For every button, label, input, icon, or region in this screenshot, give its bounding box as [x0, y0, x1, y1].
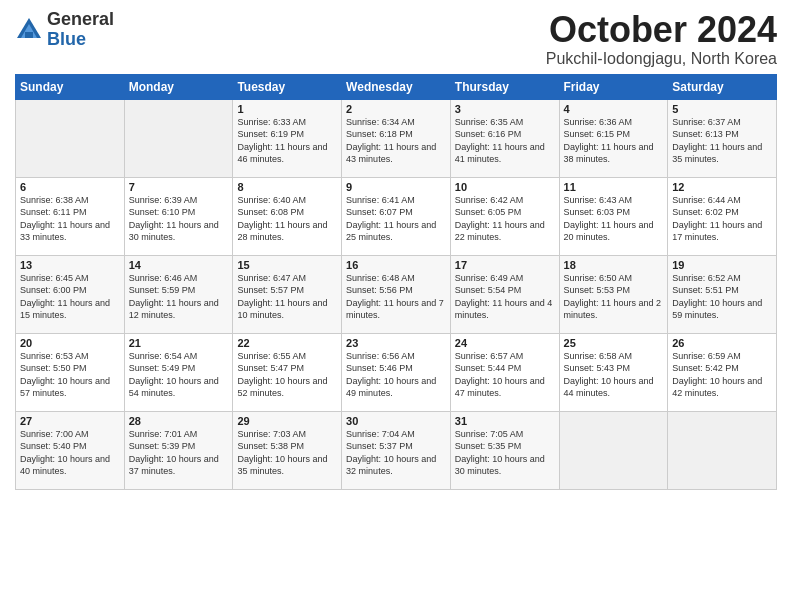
- day-number: 31: [455, 415, 555, 427]
- day-info: Sunrise: 6:59 AM Sunset: 5:42 PM Dayligh…: [672, 350, 772, 400]
- day-info: Sunrise: 6:34 AM Sunset: 6:18 PM Dayligh…: [346, 116, 446, 166]
- header: General Blue October 2024 Pukchil-Iodong…: [15, 10, 777, 68]
- table-row: 21Sunrise: 6:54 AM Sunset: 5:49 PM Dayli…: [124, 333, 233, 411]
- day-number: 27: [20, 415, 120, 427]
- day-number: 3: [455, 103, 555, 115]
- day-info: Sunrise: 7:04 AM Sunset: 5:37 PM Dayligh…: [346, 428, 446, 478]
- day-number: 13: [20, 259, 120, 271]
- day-number: 26: [672, 337, 772, 349]
- day-number: 29: [237, 415, 337, 427]
- day-info: Sunrise: 7:03 AM Sunset: 5:38 PM Dayligh…: [237, 428, 337, 478]
- day-info: Sunrise: 6:48 AM Sunset: 5:56 PM Dayligh…: [346, 272, 446, 322]
- day-info: Sunrise: 6:42 AM Sunset: 6:05 PM Dayligh…: [455, 194, 555, 244]
- day-number: 9: [346, 181, 446, 193]
- table-row: 31Sunrise: 7:05 AM Sunset: 5:35 PM Dayli…: [450, 411, 559, 489]
- day-info: Sunrise: 6:50 AM Sunset: 5:53 PM Dayligh…: [564, 272, 664, 322]
- header-wednesday: Wednesday: [342, 74, 451, 99]
- day-number: 12: [672, 181, 772, 193]
- day-number: 22: [237, 337, 337, 349]
- table-row: 23Sunrise: 6:56 AM Sunset: 5:46 PM Dayli…: [342, 333, 451, 411]
- day-info: Sunrise: 7:01 AM Sunset: 5:39 PM Dayligh…: [129, 428, 229, 478]
- table-row: 27Sunrise: 7:00 AM Sunset: 5:40 PM Dayli…: [16, 411, 125, 489]
- day-info: Sunrise: 6:41 AM Sunset: 6:07 PM Dayligh…: [346, 194, 446, 244]
- header-thursday: Thursday: [450, 74, 559, 99]
- day-info: Sunrise: 6:35 AM Sunset: 6:16 PM Dayligh…: [455, 116, 555, 166]
- table-row: 16Sunrise: 6:48 AM Sunset: 5:56 PM Dayli…: [342, 255, 451, 333]
- day-number: 8: [237, 181, 337, 193]
- title-block: October 2024 Pukchil-Iodongjagu, North K…: [546, 10, 777, 68]
- location: Pukchil-Iodongjagu, North Korea: [546, 50, 777, 68]
- table-row: 30Sunrise: 7:04 AM Sunset: 5:37 PM Dayli…: [342, 411, 451, 489]
- day-info: Sunrise: 6:40 AM Sunset: 6:08 PM Dayligh…: [237, 194, 337, 244]
- day-info: Sunrise: 6:39 AM Sunset: 6:10 PM Dayligh…: [129, 194, 229, 244]
- table-row: 20Sunrise: 6:53 AM Sunset: 5:50 PM Dayli…: [16, 333, 125, 411]
- table-row: 2Sunrise: 6:34 AM Sunset: 6:18 PM Daylig…: [342, 99, 451, 177]
- table-row: 9Sunrise: 6:41 AM Sunset: 6:07 PM Daylig…: [342, 177, 451, 255]
- header-saturday: Saturday: [668, 74, 777, 99]
- day-info: Sunrise: 6:46 AM Sunset: 5:59 PM Dayligh…: [129, 272, 229, 322]
- table-row: 8Sunrise: 6:40 AM Sunset: 6:08 PM Daylig…: [233, 177, 342, 255]
- day-number: 19: [672, 259, 772, 271]
- calendar-week-row: 1Sunrise: 6:33 AM Sunset: 6:19 PM Daylig…: [16, 99, 777, 177]
- day-info: Sunrise: 6:47 AM Sunset: 5:57 PM Dayligh…: [237, 272, 337, 322]
- day-number: 15: [237, 259, 337, 271]
- day-info: Sunrise: 6:58 AM Sunset: 5:43 PM Dayligh…: [564, 350, 664, 400]
- day-number: 17: [455, 259, 555, 271]
- day-number: 25: [564, 337, 664, 349]
- day-info: Sunrise: 6:57 AM Sunset: 5:44 PM Dayligh…: [455, 350, 555, 400]
- table-row: [124, 99, 233, 177]
- table-row: 28Sunrise: 7:01 AM Sunset: 5:39 PM Dayli…: [124, 411, 233, 489]
- day-number: 20: [20, 337, 120, 349]
- table-row: 1Sunrise: 6:33 AM Sunset: 6:19 PM Daylig…: [233, 99, 342, 177]
- day-info: Sunrise: 6:55 AM Sunset: 5:47 PM Dayligh…: [237, 350, 337, 400]
- table-row: 5Sunrise: 6:37 AM Sunset: 6:13 PM Daylig…: [668, 99, 777, 177]
- logo-general: General: [47, 10, 114, 30]
- logo-icon: [15, 16, 43, 44]
- calendar-page: General Blue October 2024 Pukchil-Iodong…: [0, 0, 792, 612]
- table-row: 11Sunrise: 6:43 AM Sunset: 6:03 PM Dayli…: [559, 177, 668, 255]
- table-row: 29Sunrise: 7:03 AM Sunset: 5:38 PM Dayli…: [233, 411, 342, 489]
- day-number: 24: [455, 337, 555, 349]
- logo: General Blue: [15, 10, 114, 50]
- month-title: October 2024: [546, 10, 777, 50]
- table-row: 17Sunrise: 6:49 AM Sunset: 5:54 PM Dayli…: [450, 255, 559, 333]
- day-number: 5: [672, 103, 772, 115]
- table-row: 12Sunrise: 6:44 AM Sunset: 6:02 PM Dayli…: [668, 177, 777, 255]
- table-row: 10Sunrise: 6:42 AM Sunset: 6:05 PM Dayli…: [450, 177, 559, 255]
- day-number: 2: [346, 103, 446, 115]
- table-row: [668, 411, 777, 489]
- day-info: Sunrise: 6:37 AM Sunset: 6:13 PM Dayligh…: [672, 116, 772, 166]
- table-row: [559, 411, 668, 489]
- table-row: 4Sunrise: 6:36 AM Sunset: 6:15 PM Daylig…: [559, 99, 668, 177]
- table-row: 22Sunrise: 6:55 AM Sunset: 5:47 PM Dayli…: [233, 333, 342, 411]
- day-number: 6: [20, 181, 120, 193]
- table-row: 24Sunrise: 6:57 AM Sunset: 5:44 PM Dayli…: [450, 333, 559, 411]
- calendar-week-row: 27Sunrise: 7:00 AM Sunset: 5:40 PM Dayli…: [16, 411, 777, 489]
- day-info: Sunrise: 6:44 AM Sunset: 6:02 PM Dayligh…: [672, 194, 772, 244]
- day-number: 30: [346, 415, 446, 427]
- table-row: 19Sunrise: 6:52 AM Sunset: 5:51 PM Dayli…: [668, 255, 777, 333]
- calendar-table: Sunday Monday Tuesday Wednesday Thursday…: [15, 74, 777, 490]
- weekday-header-row: Sunday Monday Tuesday Wednesday Thursday…: [16, 74, 777, 99]
- day-number: 18: [564, 259, 664, 271]
- header-friday: Friday: [559, 74, 668, 99]
- header-sunday: Sunday: [16, 74, 125, 99]
- calendar-week-row: 20Sunrise: 6:53 AM Sunset: 5:50 PM Dayli…: [16, 333, 777, 411]
- header-tuesday: Tuesday: [233, 74, 342, 99]
- day-info: Sunrise: 7:05 AM Sunset: 5:35 PM Dayligh…: [455, 428, 555, 478]
- day-info: Sunrise: 6:56 AM Sunset: 5:46 PM Dayligh…: [346, 350, 446, 400]
- day-number: 14: [129, 259, 229, 271]
- day-info: Sunrise: 6:49 AM Sunset: 5:54 PM Dayligh…: [455, 272, 555, 322]
- table-row: 3Sunrise: 6:35 AM Sunset: 6:16 PM Daylig…: [450, 99, 559, 177]
- calendar-week-row: 6Sunrise: 6:38 AM Sunset: 6:11 PM Daylig…: [16, 177, 777, 255]
- day-number: 21: [129, 337, 229, 349]
- table-row: 15Sunrise: 6:47 AM Sunset: 5:57 PM Dayli…: [233, 255, 342, 333]
- table-row: 6Sunrise: 6:38 AM Sunset: 6:11 PM Daylig…: [16, 177, 125, 255]
- table-row: 14Sunrise: 6:46 AM Sunset: 5:59 PM Dayli…: [124, 255, 233, 333]
- calendar-week-row: 13Sunrise: 6:45 AM Sunset: 6:00 PM Dayli…: [16, 255, 777, 333]
- table-row: 18Sunrise: 6:50 AM Sunset: 5:53 PM Dayli…: [559, 255, 668, 333]
- day-number: 4: [564, 103, 664, 115]
- day-info: Sunrise: 6:45 AM Sunset: 6:00 PM Dayligh…: [20, 272, 120, 322]
- day-info: Sunrise: 6:52 AM Sunset: 5:51 PM Dayligh…: [672, 272, 772, 322]
- day-number: 28: [129, 415, 229, 427]
